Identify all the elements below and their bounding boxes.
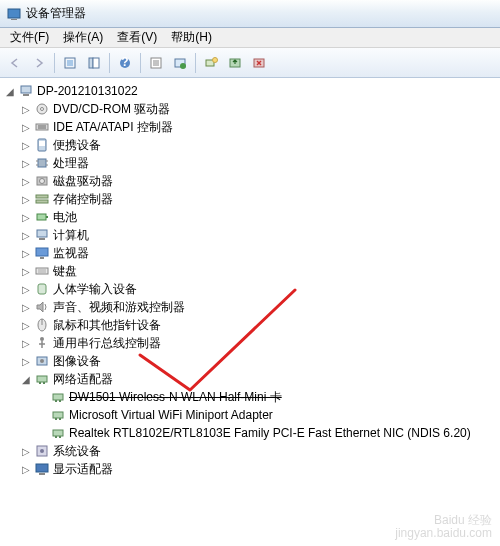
- svg-point-68: [40, 449, 44, 453]
- scan-hardware-button[interactable]: [200, 52, 222, 74]
- net-icon: [50, 407, 66, 423]
- tree-category[interactable]: ▷声音、视频和游戏控制器: [2, 298, 498, 316]
- tree-category[interactable]: ▷处理器: [2, 154, 498, 172]
- category-label: 人体学输入设备: [52, 281, 137, 298]
- category-label: DVD/CD-ROM 驱动器: [52, 101, 170, 118]
- menu-action[interactable]: 操作(A): [57, 27, 109, 48]
- tree-category[interactable]: ▷图像设备: [2, 352, 498, 370]
- port-icon: [34, 137, 50, 153]
- forward-button[interactable]: [28, 52, 50, 74]
- tree-category[interactable]: ▷键盘: [2, 262, 498, 280]
- tree-category[interactable]: ▷便携设备: [2, 136, 498, 154]
- expand-icon[interactable]: ▷: [18, 245, 34, 261]
- expand-icon[interactable]: ▷: [18, 443, 34, 459]
- ide-icon: [34, 119, 50, 135]
- expand-icon[interactable]: ▷: [18, 227, 34, 243]
- svg-rect-0: [8, 9, 20, 18]
- svg-rect-40: [37, 230, 47, 237]
- tree-category[interactable]: ▷电池: [2, 208, 498, 226]
- tree-category[interactable]: ▷IDE ATA/ATAPI 控制器: [2, 118, 498, 136]
- expand-icon[interactable]: ▷: [18, 317, 34, 333]
- back-button[interactable]: [4, 52, 26, 74]
- batt-icon: [34, 209, 50, 225]
- tree-category[interactable]: ▷鼠标和其他指针设备: [2, 316, 498, 334]
- category-label: 计算机: [52, 227, 89, 244]
- expand-icon[interactable]: ▷: [18, 209, 34, 225]
- svg-rect-24: [36, 124, 48, 130]
- expand-icon[interactable]: ▷: [18, 461, 34, 477]
- tree-category-network[interactable]: ◢网络适配器: [2, 370, 498, 388]
- update-driver-button[interactable]: [224, 52, 246, 74]
- tree-device[interactable]: DW1501 Wireless-N WLAN Half-Mini 卡: [2, 388, 498, 406]
- tree-category[interactable]: ▷监视器: [2, 244, 498, 262]
- svg-rect-37: [36, 200, 48, 203]
- svg-rect-61: [53, 412, 63, 418]
- category-label: 便携设备: [52, 137, 101, 154]
- svg-rect-36: [36, 195, 48, 198]
- net-icon: [34, 371, 50, 387]
- menu-file[interactable]: 文件(F): [4, 27, 55, 48]
- expand-icon[interactable]: ▷: [18, 173, 34, 189]
- tree-device[interactable]: Realtek RTL8102E/RTL8103E Family PCI-E F…: [2, 424, 498, 442]
- svg-rect-58: [53, 394, 63, 400]
- expand-icon[interactable]: ▷: [18, 263, 34, 279]
- help-button[interactable]: ?: [114, 52, 136, 74]
- svg-point-23: [41, 108, 44, 111]
- svg-point-35: [40, 179, 45, 184]
- root-label: DP-201210131022: [36, 84, 138, 98]
- svg-point-54: [40, 359, 44, 363]
- svg-rect-1: [11, 19, 17, 20]
- svg-rect-56: [39, 382, 41, 384]
- tree-category[interactable]: ▷存储控制器: [2, 190, 498, 208]
- expand-icon[interactable]: ▷: [18, 101, 34, 117]
- window-title: 设备管理器: [26, 5, 86, 22]
- tree-device[interactable]: Microsoft Virtual WiFi Miniport Adapter: [2, 406, 498, 424]
- collapse-icon[interactable]: ◢: [18, 371, 34, 387]
- tree-root[interactable]: ◢DP-201210131022: [2, 82, 498, 100]
- tree-category[interactable]: ▷显示适配器: [2, 460, 498, 478]
- svg-text:?: ?: [121, 56, 128, 69]
- category-label: 键盘: [52, 263, 77, 280]
- svg-rect-41: [39, 238, 45, 240]
- svg-rect-62: [55, 418, 57, 420]
- svg-point-13: [180, 63, 186, 69]
- up-button[interactable]: [59, 52, 81, 74]
- mon-icon: [34, 245, 50, 261]
- expand-icon[interactable]: ▷: [18, 353, 34, 369]
- tree-category[interactable]: ▷人体学输入设备: [2, 280, 498, 298]
- tree-category[interactable]: ▷系统设备: [2, 442, 498, 460]
- menu-view[interactable]: 查看(V): [111, 27, 163, 48]
- expand-icon[interactable]: ▷: [18, 155, 34, 171]
- menu-help[interactable]: 帮助(H): [165, 27, 218, 48]
- uninstall-button[interactable]: [248, 52, 270, 74]
- expand-icon[interactable]: ▷: [18, 335, 34, 351]
- show-hide-tree-button[interactable]: [83, 52, 105, 74]
- pc-icon: [18, 83, 34, 99]
- category-label: 显示适配器: [52, 461, 113, 478]
- tree-category[interactable]: ▷计算机: [2, 226, 498, 244]
- expand-icon[interactable]: ▷: [18, 191, 34, 207]
- tree-category[interactable]: ▷通用串行总线控制器: [2, 334, 498, 352]
- collapse-icon[interactable]: ◢: [2, 83, 18, 99]
- expand-icon[interactable]: ▷: [18, 299, 34, 315]
- svg-rect-20: [21, 86, 31, 93]
- net-icon: [50, 425, 66, 441]
- expand-icon[interactable]: ▷: [18, 137, 34, 153]
- svg-rect-63: [59, 418, 61, 420]
- properties-button[interactable]: [145, 52, 167, 74]
- cpu-icon: [34, 155, 50, 171]
- refresh-button[interactable]: [169, 52, 191, 74]
- category-label: 存储控制器: [52, 191, 113, 208]
- category-label: 鼠标和其他指针设备: [52, 317, 161, 334]
- net-icon: [50, 389, 66, 405]
- device-tree[interactable]: ◢DP-201210131022▷DVD/CD-ROM 驱动器▷IDE ATA/…: [0, 78, 500, 546]
- expand-icon[interactable]: ▷: [18, 281, 34, 297]
- device-label: Microsoft Virtual WiFi Miniport Adapter: [68, 408, 273, 422]
- svg-rect-57: [43, 382, 45, 384]
- device-label: Realtek RTL8102E/RTL8103E Family PCI-E F…: [68, 426, 471, 440]
- tree-category[interactable]: ▷磁盘驱动器: [2, 172, 498, 190]
- svg-rect-66: [59, 436, 61, 438]
- pc-icon: [34, 227, 50, 243]
- expand-icon[interactable]: ▷: [18, 119, 34, 135]
- tree-category[interactable]: ▷DVD/CD-ROM 驱动器: [2, 100, 498, 118]
